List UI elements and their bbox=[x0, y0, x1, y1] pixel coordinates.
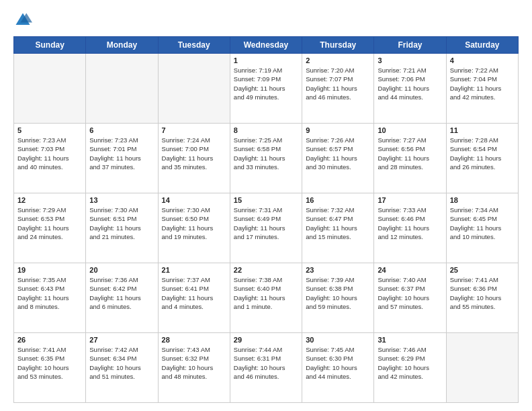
day-number: 19 bbox=[17, 266, 82, 274]
day-info: Sunrise: 7:37 AM Sunset: 6:41 PM Dayligh… bbox=[162, 275, 226, 311]
day-number: 13 bbox=[89, 196, 154, 204]
weekday-header: Thursday bbox=[302, 37, 374, 54]
day-info: Sunrise: 7:24 AM Sunset: 7:00 PM Dayligh… bbox=[162, 136, 226, 171]
day-number: 8 bbox=[234, 126, 298, 134]
day-info: Sunrise: 7:39 AM Sunset: 6:38 PM Dayligh… bbox=[306, 275, 370, 311]
calendar-cell bbox=[158, 54, 230, 124]
calendar-cell: 15Sunrise: 7:31 AM Sunset: 6:49 PM Dayli… bbox=[230, 193, 302, 263]
calendar-header-row: SundayMondayTuesdayWednesdayThursdayFrid… bbox=[14, 37, 519, 54]
day-number: 2 bbox=[306, 56, 370, 64]
calendar-cell: 28Sunrise: 7:43 AM Sunset: 6:32 PM Dayli… bbox=[158, 333, 230, 403]
day-info: Sunrise: 7:32 AM Sunset: 6:47 PM Dayligh… bbox=[306, 205, 370, 241]
calendar-cell bbox=[86, 54, 158, 124]
calendar-cell: 22Sunrise: 7:38 AM Sunset: 6:40 PM Dayli… bbox=[230, 263, 302, 333]
day-info: Sunrise: 7:34 AM Sunset: 6:45 PM Dayligh… bbox=[450, 205, 515, 241]
calendar-week-row: 5Sunrise: 7:23 AM Sunset: 7:03 PM Daylig… bbox=[14, 124, 519, 193]
calendar-cell: 8Sunrise: 7:25 AM Sunset: 6:58 PM Daylig… bbox=[230, 124, 302, 193]
day-info: Sunrise: 7:45 AM Sunset: 6:30 PM Dayligh… bbox=[306, 345, 370, 381]
calendar-cell: 2Sunrise: 7:20 AM Sunset: 7:07 PM Daylig… bbox=[302, 54, 374, 124]
day-info: Sunrise: 7:31 AM Sunset: 6:49 PM Dayligh… bbox=[234, 205, 298, 241]
day-info: Sunrise: 7:43 AM Sunset: 6:32 PM Dayligh… bbox=[162, 345, 226, 381]
calendar-cell: 23Sunrise: 7:39 AM Sunset: 6:38 PM Dayli… bbox=[302, 263, 374, 333]
day-number: 27 bbox=[89, 336, 154, 344]
calendar-cell: 9Sunrise: 7:26 AM Sunset: 6:57 PM Daylig… bbox=[302, 124, 374, 193]
day-info: Sunrise: 7:44 AM Sunset: 6:31 PM Dayligh… bbox=[234, 345, 298, 381]
day-number: 15 bbox=[234, 196, 298, 204]
day-info: Sunrise: 7:22 AM Sunset: 7:04 PM Dayligh… bbox=[450, 66, 515, 101]
calendar-cell: 17Sunrise: 7:33 AM Sunset: 6:46 PM Dayli… bbox=[374, 193, 446, 263]
day-number: 24 bbox=[378, 266, 442, 274]
day-number: 7 bbox=[162, 126, 226, 134]
day-info: Sunrise: 7:20 AM Sunset: 7:07 PM Dayligh… bbox=[306, 66, 370, 101]
day-info: Sunrise: 7:41 AM Sunset: 6:35 PM Dayligh… bbox=[17, 345, 82, 381]
day-number: 29 bbox=[234, 336, 298, 344]
day-number: 9 bbox=[306, 126, 370, 134]
calendar-cell: 26Sunrise: 7:41 AM Sunset: 6:35 PM Dayli… bbox=[14, 333, 86, 403]
day-info: Sunrise: 7:26 AM Sunset: 6:57 PM Dayligh… bbox=[306, 136, 370, 171]
day-number: 3 bbox=[378, 56, 442, 64]
header bbox=[13, 11, 519, 30]
calendar-cell: 1Sunrise: 7:19 AM Sunset: 7:09 PM Daylig… bbox=[230, 54, 302, 124]
calendar-cell: 18Sunrise: 7:34 AM Sunset: 6:45 PM Dayli… bbox=[446, 193, 518, 263]
day-info: Sunrise: 7:23 AM Sunset: 7:01 PM Dayligh… bbox=[89, 136, 154, 171]
calendar-table: SundayMondayTuesdayWednesdayThursdayFrid… bbox=[13, 36, 519, 403]
calendar-week-row: 26Sunrise: 7:41 AM Sunset: 6:35 PM Dayli… bbox=[14, 333, 519, 403]
day-number: 16 bbox=[306, 196, 370, 204]
weekday-header: Saturday bbox=[446, 37, 518, 54]
calendar-cell: 4Sunrise: 7:22 AM Sunset: 7:04 PM Daylig… bbox=[446, 54, 518, 124]
calendar-cell: 24Sunrise: 7:40 AM Sunset: 6:37 PM Dayli… bbox=[374, 263, 446, 333]
day-number: 22 bbox=[234, 266, 298, 274]
day-number: 30 bbox=[306, 336, 370, 344]
day-info: Sunrise: 7:30 AM Sunset: 6:51 PM Dayligh… bbox=[89, 205, 154, 241]
day-info: Sunrise: 7:41 AM Sunset: 6:36 PM Dayligh… bbox=[450, 275, 515, 311]
weekday-header: Wednesday bbox=[230, 37, 302, 54]
day-number: 28 bbox=[162, 336, 226, 344]
calendar-cell: 12Sunrise: 7:29 AM Sunset: 6:53 PM Dayli… bbox=[14, 193, 86, 263]
day-info: Sunrise: 7:19 AM Sunset: 7:09 PM Dayligh… bbox=[234, 66, 298, 101]
weekday-header: Friday bbox=[374, 37, 446, 54]
calendar-week-row: 12Sunrise: 7:29 AM Sunset: 6:53 PM Dayli… bbox=[14, 193, 519, 263]
day-number: 6 bbox=[89, 126, 154, 134]
calendar-week-row: 1Sunrise: 7:19 AM Sunset: 7:09 PM Daylig… bbox=[14, 54, 519, 124]
logo bbox=[13, 11, 35, 30]
day-number: 18 bbox=[450, 196, 515, 204]
day-info: Sunrise: 7:46 AM Sunset: 6:29 PM Dayligh… bbox=[378, 345, 442, 381]
day-info: Sunrise: 7:23 AM Sunset: 7:03 PM Dayligh… bbox=[17, 136, 82, 171]
day-number: 12 bbox=[17, 196, 82, 204]
calendar-cell: 6Sunrise: 7:23 AM Sunset: 7:01 PM Daylig… bbox=[86, 124, 158, 193]
day-number: 17 bbox=[378, 196, 442, 204]
calendar-cell: 31Sunrise: 7:46 AM Sunset: 6:29 PM Dayli… bbox=[374, 333, 446, 403]
calendar-cell: 16Sunrise: 7:32 AM Sunset: 6:47 PM Dayli… bbox=[302, 193, 374, 263]
calendar-week-row: 19Sunrise: 7:35 AM Sunset: 6:43 PM Dayli… bbox=[14, 263, 519, 333]
calendar-cell: 5Sunrise: 7:23 AM Sunset: 7:03 PM Daylig… bbox=[14, 124, 86, 193]
day-number: 5 bbox=[17, 126, 82, 134]
day-info: Sunrise: 7:35 AM Sunset: 6:43 PM Dayligh… bbox=[17, 275, 82, 311]
calendar-cell: 25Sunrise: 7:41 AM Sunset: 6:36 PM Dayli… bbox=[446, 263, 518, 333]
day-info: Sunrise: 7:21 AM Sunset: 7:06 PM Dayligh… bbox=[378, 66, 442, 101]
calendar-cell bbox=[14, 54, 86, 124]
weekday-header: Monday bbox=[86, 37, 158, 54]
day-number: 26 bbox=[17, 336, 82, 344]
page: SundayMondayTuesdayWednesdayThursdayFrid… bbox=[0, 0, 532, 411]
calendar-body: 1Sunrise: 7:19 AM Sunset: 7:09 PM Daylig… bbox=[14, 54, 519, 403]
day-number: 1 bbox=[234, 56, 298, 64]
day-number: 21 bbox=[162, 266, 226, 274]
logo-icon bbox=[13, 11, 32, 30]
calendar-cell: 30Sunrise: 7:45 AM Sunset: 6:30 PM Dayli… bbox=[302, 333, 374, 403]
day-info: Sunrise: 7:40 AM Sunset: 6:37 PM Dayligh… bbox=[378, 275, 442, 311]
day-info: Sunrise: 7:25 AM Sunset: 6:58 PM Dayligh… bbox=[234, 136, 298, 171]
day-info: Sunrise: 7:27 AM Sunset: 6:56 PM Dayligh… bbox=[378, 136, 442, 171]
day-info: Sunrise: 7:28 AM Sunset: 6:54 PM Dayligh… bbox=[450, 136, 515, 171]
calendar-cell: 20Sunrise: 7:36 AM Sunset: 6:42 PM Dayli… bbox=[86, 263, 158, 333]
calendar-cell: 10Sunrise: 7:27 AM Sunset: 6:56 PM Dayli… bbox=[374, 124, 446, 193]
calendar-cell: 3Sunrise: 7:21 AM Sunset: 7:06 PM Daylig… bbox=[374, 54, 446, 124]
calendar-cell: 11Sunrise: 7:28 AM Sunset: 6:54 PM Dayli… bbox=[446, 124, 518, 193]
day-info: Sunrise: 7:38 AM Sunset: 6:40 PM Dayligh… bbox=[234, 275, 298, 311]
day-number: 23 bbox=[306, 266, 370, 274]
day-info: Sunrise: 7:30 AM Sunset: 6:50 PM Dayligh… bbox=[162, 205, 226, 241]
calendar-cell: 21Sunrise: 7:37 AM Sunset: 6:41 PM Dayli… bbox=[158, 263, 230, 333]
calendar-cell: 14Sunrise: 7:30 AM Sunset: 6:50 PM Dayli… bbox=[158, 193, 230, 263]
day-number: 10 bbox=[378, 126, 442, 134]
calendar-cell bbox=[446, 333, 518, 403]
day-info: Sunrise: 7:42 AM Sunset: 6:34 PM Dayligh… bbox=[89, 345, 154, 381]
